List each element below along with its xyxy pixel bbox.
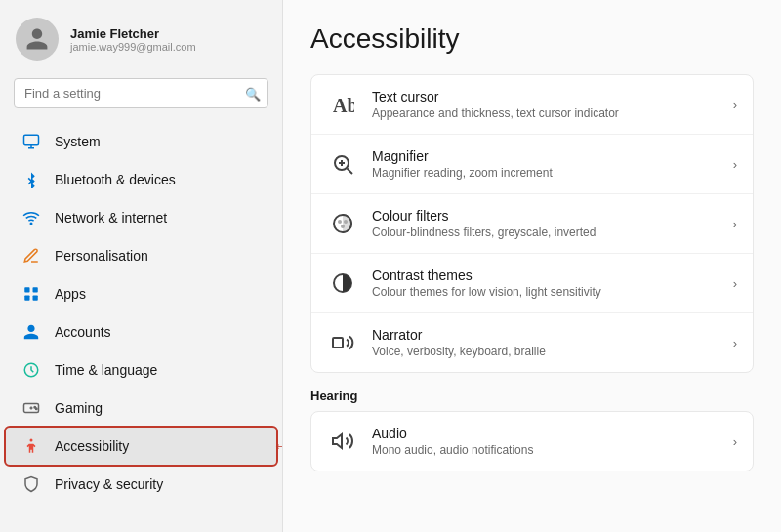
time-icon	[21, 360, 41, 380]
hearing-section-label: Hearing	[310, 389, 754, 403]
sidebar-item-apps[interactable]: Apps	[6, 275, 276, 312]
vision-settings-group: Ab Text cursor Appearance and thickness,…	[310, 74, 754, 373]
magnifier-title: Magnifier	[372, 148, 719, 164]
settings-item-narrator[interactable]: Narrator Voice, verbosity, keyboard, bra…	[311, 313, 753, 372]
sidebar-item-label-system: System	[55, 134, 101, 149]
svg-point-3	[30, 223, 32, 225]
search-icon: 🔍	[245, 86, 261, 101]
magnifier-icon	[327, 148, 358, 180]
sidebar: Jamie Fletcher jamie.way999@gmail.com 🔍 …	[0, 0, 283, 532]
sidebar-item-bluetooth[interactable]: Bluetooth & devices	[6, 161, 276, 198]
avatar	[16, 18, 59, 61]
audio-title: Audio	[372, 426, 719, 441]
svg-rect-25	[333, 338, 343, 348]
sidebar-item-label-apps: Apps	[55, 286, 86, 302]
sidebar-item-personalisation[interactable]: Personalisation	[6, 237, 276, 274]
audio-icon	[327, 426, 358, 457]
network-icon	[21, 208, 41, 227]
sidebar-item-label-time: Time & language	[55, 362, 157, 378]
narrator-text: Narrator Voice, verbosity, keyboard, bra…	[372, 327, 719, 358]
svg-rect-6	[24, 296, 29, 301]
text-cursor-title: Text cursor	[372, 89, 719, 104]
page-title: Accessibility	[310, 23, 754, 55]
magnifier-text: Magnifier Magnifier reading, zoom increm…	[372, 148, 719, 180]
user-email: jamie.way999@gmail.com	[70, 41, 196, 53]
contrast-themes-title: Contrast themes	[372, 267, 719, 283]
settings-item-colour-filters[interactable]: Colour filters Colour-blindness filters,…	[311, 194, 753, 254]
bluetooth-icon	[21, 170, 41, 189]
contrast-themes-icon	[327, 267, 358, 299]
svg-line-17	[348, 169, 353, 175]
sidebar-item-label-network: Network & internet	[55, 210, 167, 225]
personalisation-icon	[21, 246, 41, 266]
colour-filters-text: Colour filters Colour-blindness filters,…	[372, 208, 719, 239]
system-icon	[21, 132, 41, 151]
sidebar-item-privacy[interactable]: Privacy & security	[6, 466, 276, 503]
magnifier-desc: Magnifier reading, zoom increment	[372, 166, 719, 180]
settings-item-audio[interactable]: Audio Mono audio, audio notifications ›	[311, 412, 753, 471]
magnifier-chevron: ›	[733, 157, 737, 172]
svg-rect-5	[33, 287, 38, 292]
sidebar-item-gaming[interactable]: Gaming	[6, 389, 276, 427]
user-info: Jamie Fletcher jamie.way999@gmail.com	[70, 26, 196, 53]
contrast-themes-desc: Colour themes for low vision, light sens…	[372, 285, 719, 299]
sidebar-item-label-gaming: Gaming	[55, 400, 103, 416]
settings-item-text-cursor[interactable]: Ab Text cursor Appearance and thickness,…	[311, 75, 753, 135]
search-box: 🔍	[14, 78, 268, 108]
audio-chevron: ›	[733, 434, 737, 449]
svg-rect-0	[24, 135, 39, 145]
narrator-title: Narrator	[372, 327, 719, 343]
gaming-icon	[21, 398, 41, 418]
hearing-settings-group: Audio Mono audio, audio notifications ›	[310, 411, 754, 471]
search-input[interactable]	[14, 78, 268, 108]
svg-point-14	[30, 439, 33, 442]
privacy-icon	[21, 474, 41, 494]
svg-marker-26	[333, 434, 342, 448]
colour-filters-desc: Colour-blindness filters, greyscale, inv…	[372, 225, 719, 239]
contrast-themes-chevron: ›	[733, 276, 737, 291]
sidebar-item-network[interactable]: Network & internet	[6, 199, 276, 236]
text-cursor-text: Text cursor Appearance and thickness, te…	[372, 89, 719, 120]
main-content: Accessibility Ab Text cursor Appearance …	[283, 0, 781, 532]
svg-point-22	[344, 220, 348, 224]
audio-text: Audio Mono audio, audio notifications	[372, 426, 719, 457]
narrator-icon	[327, 327, 358, 358]
red-arrow-indicator: ←	[272, 436, 282, 457]
sidebar-item-label-bluetooth: Bluetooth & devices	[55, 172, 176, 187]
sidebar-item-label-personalisation: Personalisation	[55, 248, 148, 264]
svg-text:Ab: Ab	[333, 95, 354, 116]
audio-desc: Mono audio, audio notifications	[372, 443, 719, 457]
text-cursor-desc: Appearance and thickness, text cursor in…	[372, 106, 719, 120]
colour-filters-title: Colour filters	[372, 208, 719, 224]
nav-list: System Bluetooth & devices Network & int…	[0, 118, 282, 532]
settings-item-magnifier[interactable]: Magnifier Magnifier reading, zoom increm…	[311, 135, 753, 194]
accessibility-icon	[21, 436, 41, 456]
svg-rect-4	[24, 287, 29, 292]
contrast-themes-text: Contrast themes Colour themes for low vi…	[372, 267, 719, 299]
sidebar-item-time[interactable]: Time & language	[6, 351, 276, 389]
sidebar-item-label-privacy: Privacy & security	[55, 476, 163, 492]
svg-point-21	[338, 220, 342, 224]
accounts-icon	[21, 322, 41, 342]
svg-rect-7	[33, 296, 38, 301]
sidebar-item-system[interactable]: System	[6, 123, 276, 160]
sidebar-item-accounts[interactable]: Accounts	[6, 313, 276, 350]
narrator-desc: Voice, verbosity, keyboard, braille	[372, 345, 719, 358]
svg-point-23	[341, 225, 345, 228]
colour-filters-chevron: ›	[733, 217, 737, 231]
svg-point-13	[36, 408, 38, 410]
user-section: Jamie Fletcher jamie.way999@gmail.com	[0, 0, 282, 74]
sidebar-item-accessibility[interactable]: Accessibility ←	[6, 428, 276, 465]
apps-icon	[21, 284, 41, 304]
narrator-chevron: ›	[733, 336, 737, 350]
text-cursor-chevron: ›	[733, 98, 737, 112]
user-name: Jamie Fletcher	[70, 26, 196, 41]
text-cursor-icon: Ab	[327, 89, 358, 120]
sidebar-item-label-accessibility: Accessibility	[55, 438, 129, 454]
settings-item-contrast-themes[interactable]: Contrast themes Colour themes for low vi…	[311, 254, 753, 313]
colour-filters-icon	[327, 208, 358, 239]
sidebar-item-label-accounts: Accounts	[55, 324, 111, 340]
